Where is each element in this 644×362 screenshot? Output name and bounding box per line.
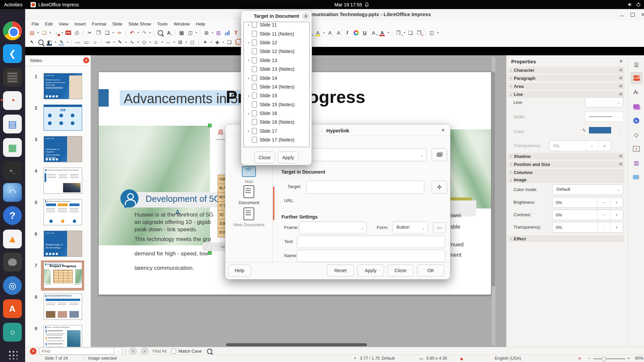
display-views-icon[interactable]: ◫ [186, 29, 195, 37]
selection-handle[interactable] [208, 251, 212, 255]
italic-icon[interactable]: I [343, 29, 352, 37]
globe-app-icon[interactable]: ◠ [3, 183, 22, 202]
show-applications-icon[interactable] [7, 349, 17, 359]
line-color-icon[interactable]: ✎ [57, 38, 66, 46]
target-list-item[interactable]: › Slide 12 (Notes) [244, 47, 309, 56]
line-transparency-spinner[interactable]: 0% −+ [549, 140, 611, 151]
hyperlink-close-icon[interactable]: ✕ [439, 126, 447, 134]
redo-icon[interactable]: ↷ [140, 29, 148, 37]
target-list-item[interactable]: › Slide 14 (Notes) [244, 82, 309, 91]
match-case-checkbox[interactable] [171, 349, 176, 354]
vscode-icon[interactable]: ❮ [3, 44, 22, 63]
slide-thumbnail-7[interactable]: Advancements in 5G Project Progress [44, 262, 82, 288]
underline-icon[interactable]: U [361, 29, 369, 37]
activities-button[interactable]: Activities [0, 0, 26, 9]
paste-icon[interactable]: ❑ [103, 29, 111, 37]
redo-dropdown[interactable]: ▾ [149, 29, 152, 37]
open-icon[interactable]: ❏ [40, 29, 48, 37]
display-grid-icon[interactable]: ▦ [177, 29, 186, 37]
plus-button[interactable]: + [610, 222, 623, 232]
plus-button[interactable]: + [610, 197, 623, 207]
fill-color-dropdown[interactable]: ▾ [54, 38, 57, 46]
find-input[interactable] [39, 348, 114, 355]
selection-handle[interactable] [208, 124, 212, 127]
highlight-color-icon[interactable]: A [314, 29, 322, 37]
fontwork-icon[interactable] [352, 29, 360, 37]
gear-icon[interactable]: ⚙ [619, 154, 623, 159]
tab-master-slides[interactable]: ✎ [631, 171, 642, 183]
section-image[interactable]: ⌄Image [508, 176, 625, 183]
libreoffice-writer-icon[interactable]: ▤ [3, 115, 22, 133]
canvas-vscrollbar-thumb[interactable] [492, 72, 495, 286]
highlight-dropdown[interactable]: ▾ [322, 29, 325, 37]
slide-thumbnail-2[interactable]: 目录 [44, 105, 82, 131]
libreoffice-impress-icon[interactable]: ◔ [3, 91, 22, 110]
basic-shapes-icon[interactable]: ◇ [140, 38, 148, 46]
target-close-button[interactable]: Close [254, 152, 275, 163]
brightness-spinner[interactable]: 0% −+ [552, 197, 623, 208]
body-line[interactable]: latency communication. [135, 265, 194, 272]
format-brush-icon[interactable]: A✎ [369, 29, 378, 37]
flowchart-dropdown[interactable]: ▾ [185, 38, 188, 46]
apply-button[interactable]: Apply [357, 264, 384, 277]
ok-button[interactable]: OK [417, 264, 444, 277]
target-in-document-button[interactable]: ✜ [432, 181, 447, 194]
slide-thumbnail-8[interactable]: Enhancing Network Performance [44, 294, 82, 320]
target-list-item[interactable]: › Slide 17 (Notes) [244, 135, 309, 144]
insert-table-icon[interactable]: ⊞ [202, 29, 211, 37]
font-color-dropdown[interactable]: ▾ [387, 29, 390, 37]
symbol-shapes-dropdown[interactable]: ▾ [161, 38, 164, 46]
clone-formatting-icon[interactable]: ✑ [115, 29, 123, 37]
slides-panel-close-icon[interactable]: ✕ [83, 57, 89, 63]
connector-icon[interactable]: ∿ [128, 38, 136, 46]
body-line[interactable]: Huawei is at the forefront of 5G [135, 212, 213, 218]
find-previous-button[interactable]: ∧ [129, 347, 137, 355]
zoom-icon[interactable] [37, 38, 45, 46]
grow-font-icon[interactable]: A↑ [334, 29, 343, 37]
menu-item[interactable]: Edit [42, 21, 56, 27]
section-paragraph[interactable]: ›Paragraph⚙ [508, 75, 625, 81]
expand-chevron-icon[interactable]: › [246, 40, 251, 45]
target-list-item[interactable]: › Slide 16 [244, 109, 309, 118]
slide-indicator[interactable]: Slide 7 of 24 [45, 356, 68, 361]
menu-item[interactable]: Format [89, 21, 109, 27]
section-area[interactable]: ›Area⚙ [508, 83, 625, 89]
contrast-spinner[interactable]: 0% −+ [552, 209, 623, 220]
fit-slide-icon[interactable]: ✛ [578, 356, 581, 361]
slide-thumbnail-3[interactable]: YOUR LOGO Introduction to Huawei's Commu… [44, 136, 82, 162]
zoom-slider-track[interactable] [593, 358, 626, 359]
utility-app-icon[interactable]: ○ [3, 323, 22, 342]
select-icon[interactable]: ↖ [28, 38, 36, 46]
new-dropdown[interactable]: ▾ [37, 29, 40, 37]
target-apply-button[interactable]: Apply [278, 152, 299, 163]
spelling-icon[interactable]: A✓ [165, 29, 173, 37]
insert-media-icon[interactable]: ▥ [214, 29, 223, 37]
save-icon[interactable]: ↓ [52, 29, 60, 37]
target-list-item[interactable]: › Slide 16 (Notes) [244, 118, 309, 126]
slide-template[interactable]: Default [381, 356, 395, 361]
tab-shapes[interactable]: ◇ [631, 129, 642, 140]
focused-app-menu[interactable]: LibreOffice Impress [26, 0, 83, 9]
tab-slide-transition[interactable]: ≋ [631, 143, 642, 155]
views-dropdown[interactable]: ▾ [195, 29, 198, 37]
curve-icon[interactable]: ✎ [116, 38, 124, 46]
cut-icon[interactable]: ✂ [86, 29, 94, 37]
gear-icon[interactable]: ⚙ [619, 76, 623, 80]
events-button[interactable]: </> [433, 222, 446, 233]
expand-chevron-icon[interactable]: › [246, 128, 251, 133]
insert-chart-icon[interactable] [223, 29, 231, 37]
target-dialog-close-icon[interactable]: ✕ [302, 12, 310, 20]
export-pdf-icon[interactable]: PDF [64, 29, 72, 37]
minus-button[interactable]: − [585, 141, 598, 151]
flowchart-icon[interactable]: ⊞ [176, 38, 184, 46]
minimize-button[interactable] [619, 12, 625, 17]
callout-icon[interactable]: ◻ [188, 38, 197, 46]
power-icon[interactable] [633, 0, 644, 9]
section-columns[interactable]: ›Columns [508, 169, 625, 176]
gear-icon[interactable]: ⚙ [619, 84, 623, 88]
line-color-swatch[interactable] [589, 127, 611, 133]
table-dropdown[interactable]: ▾ [211, 29, 214, 37]
name-input[interactable] [297, 250, 445, 262]
lens-app-icon[interactable]: ◎ [3, 276, 22, 295]
tab-styles[interactable]: A✎ [631, 87, 642, 98]
